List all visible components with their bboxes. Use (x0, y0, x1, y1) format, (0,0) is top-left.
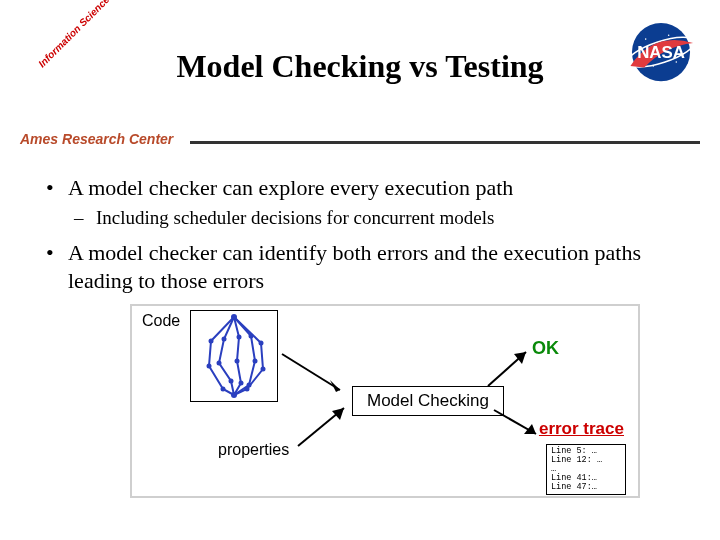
svg-point-7 (231, 314, 237, 320)
trace-line: Line 12: … (551, 456, 621, 465)
svg-point-23 (245, 387, 250, 392)
sub-bullet: Including scheduler decisions for concur… (68, 206, 680, 230)
bullet-text: A model checker can explore every execut… (68, 175, 513, 200)
svg-point-21 (259, 341, 264, 346)
svg-point-4 (668, 35, 670, 37)
svg-point-14 (229, 379, 234, 384)
bullet-list: A model checker can explore every execut… (40, 174, 680, 294)
svg-point-3 (645, 38, 647, 40)
bullet-item: A model checker can explore every execut… (40, 174, 680, 229)
arrow-icon (294, 402, 354, 452)
svg-point-8 (231, 392, 237, 398)
trace-box: Line 5: … Line 12: … … Line 41:… Line 47… (546, 444, 626, 495)
state-graph-icon (190, 310, 278, 402)
svg-point-5 (676, 61, 678, 63)
header: Information Sciences & Technology Model … (0, 0, 720, 130)
svg-point-12 (222, 337, 227, 342)
content: A model checker can explore every execut… (0, 144, 720, 498)
properties-label: properties (218, 441, 289, 459)
code-label: Code (142, 312, 180, 330)
nasa-logo-icon: NASA (622, 20, 700, 85)
svg-point-18 (249, 334, 254, 339)
svg-point-16 (235, 359, 240, 364)
bullet-item: A model checker can identify both errors… (40, 239, 680, 294)
svg-point-22 (261, 367, 266, 372)
arrow-icon (278, 350, 352, 400)
svg-text:NASA: NASA (637, 43, 685, 62)
diagram: Code (130, 304, 640, 498)
svg-point-15 (237, 335, 242, 340)
svg-point-10 (207, 364, 212, 369)
svg-point-19 (253, 359, 258, 364)
page-title: Model Checking vs Testing (20, 30, 700, 85)
trace-line: Line 47:… (551, 483, 621, 492)
svg-point-11 (221, 387, 226, 392)
svg-point-6 (653, 65, 655, 67)
svg-point-17 (239, 381, 244, 386)
arrow-icon (490, 406, 544, 442)
bullet-text: A model checker can identify both errors… (68, 240, 641, 293)
divider (190, 141, 700, 144)
svg-point-9 (209, 339, 214, 344)
error-trace-label: error trace (539, 419, 624, 439)
model-checking-box: Model Checking (352, 386, 504, 416)
arrow-icon (484, 346, 534, 390)
subheader: Ames Research Center (0, 130, 720, 144)
svg-point-13 (217, 361, 222, 366)
ok-label: OK (532, 338, 559, 359)
ames-label: Ames Research Center (20, 131, 173, 149)
